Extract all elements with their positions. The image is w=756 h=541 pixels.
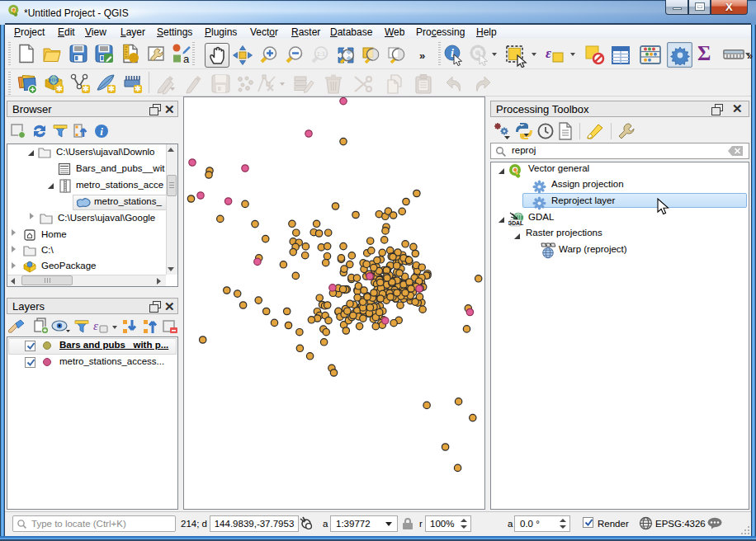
svg-text:1:1: 1:1 <box>317 50 325 58</box>
svg-text:ε: ε <box>546 45 551 61</box>
svg-text:✱: ✱ <box>108 84 115 93</box>
svg-text:✱: ✱ <box>83 84 89 93</box>
svg-text:ε: ε <box>93 319 98 332</box>
svg-text:✱: ✱ <box>56 84 63 93</box>
svg-text:✱: ✱ <box>135 84 141 93</box>
svg-text:a: a <box>183 53 190 64</box>
svg-text:i: i <box>451 47 454 59</box>
svg-text:i: i <box>100 125 103 138</box>
svg-text:GDAL: GDAL <box>508 220 523 226</box>
